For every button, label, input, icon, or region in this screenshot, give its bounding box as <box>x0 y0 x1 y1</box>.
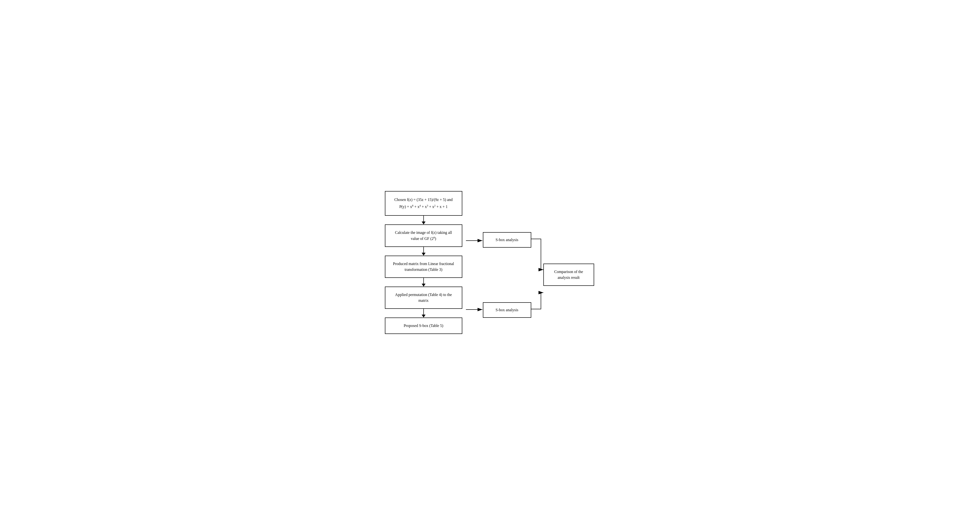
left-column: Chosen f(z) = (35z + 15)/(9z + 5) and P(… <box>381 191 466 334</box>
arrows-svg <box>473 191 599 331</box>
box4-text: Applied permutation (Table 4) to the mat… <box>391 292 456 303</box>
right-panel: S-box analysis S-box analysis Comparison… <box>473 191 599 331</box>
box2-text: Calculate the image of f(z) taking all v… <box>391 230 456 241</box>
box-applied-permutation: Applied permutation (Table 4) to the mat… <box>385 287 462 309</box>
box5-text: Proposed S-box (Table 5) <box>391 323 456 328</box>
arrow-4 <box>422 309 426 317</box>
box-proposed-sbox: Proposed S-box (Table 5) <box>385 317 462 334</box>
main-layout: Chosen f(z) = (35z + 15)/(9z + 5) and P(… <box>381 191 599 334</box>
arrow-3 <box>422 278 426 287</box>
box-calculate-image: Calculate the image of f(z) taking all v… <box>385 224 462 247</box>
box-chosen-function: Chosen f(z) = (35z + 15)/(9z + 5) and P(… <box>385 191 462 216</box>
diagram-container: Chosen f(z) = (35z + 15)/(9z + 5) and P(… <box>381 191 599 334</box>
arrow-2 <box>422 247 426 255</box>
box3-text: Produced matrix from Linear fractional t… <box>391 261 456 273</box>
box-produced-matrix: Produced matrix from Linear fractional t… <box>385 255 462 278</box>
arrow-1 <box>422 216 426 224</box>
box1-text: Chosen f(z) = (35z + 15)/(9z + 5) and P(… <box>391 197 456 210</box>
